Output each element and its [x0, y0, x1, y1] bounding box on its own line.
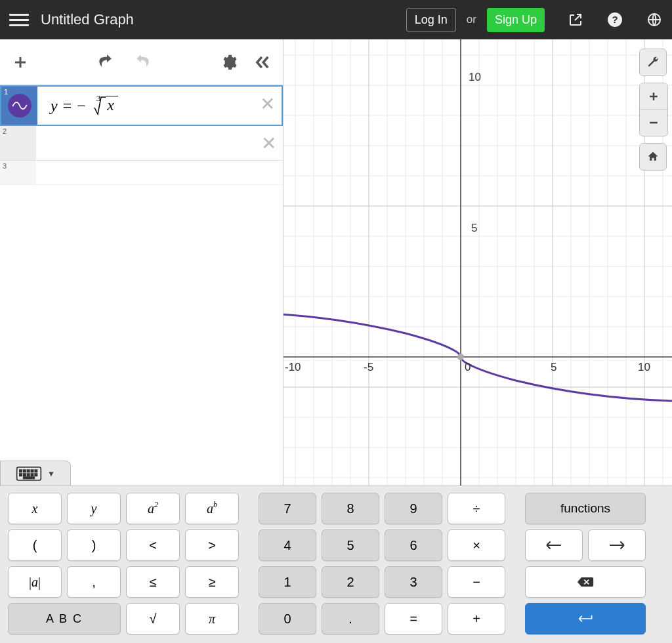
key-backspace[interactable]	[525, 566, 646, 598]
key-pi[interactable]: π	[185, 603, 239, 634]
key-right-paren[interactable]: )	[67, 529, 121, 561]
x-tick-label: -5	[364, 361, 373, 374]
zoom-in-button[interactable]	[640, 83, 667, 110]
x-tick-label: 5	[551, 361, 556, 374]
undo-button[interactable]	[93, 49, 121, 76]
key-equals[interactable]: =	[385, 603, 442, 634]
key-abs[interactable]: |xa|	[8, 566, 62, 598]
graph-controls	[639, 49, 668, 171]
key-multiply[interactable]: ×	[448, 529, 505, 561]
expression-input[interactable]: y = − 3 x	[37, 87, 282, 125]
expression-index: 1	[4, 88, 8, 96]
collapse-panel-icon[interactable]	[249, 49, 276, 76]
key-sqrt[interactable]: √	[126, 603, 180, 634]
svg-rect-52	[31, 474, 33, 476]
key-dot[interactable]: .	[322, 603, 379, 634]
svg-rect-50	[24, 474, 26, 476]
share-icon[interactable]	[567, 11, 584, 28]
key-7[interactable]: 7	[259, 493, 316, 524]
zoom-out-button[interactable]	[640, 110, 667, 136]
svg-rect-45	[24, 470, 26, 472]
key-minus[interactable]: −	[448, 566, 505, 598]
key-comma[interactable]: ,	[67, 566, 121, 598]
delete-expression-button[interactable]: ✕	[261, 133, 276, 154]
or-text: or	[467, 13, 476, 26]
on-screen-keypad: x y a2 ab ( ) < > |xa| , ≤ ≥ A B C √ π 7…	[0, 486, 672, 643]
key-1[interactable]: 1	[259, 566, 316, 598]
key-0[interactable]: 0	[259, 603, 316, 634]
key-arrow-left[interactable]	[525, 529, 583, 561]
key-a-power-b[interactable]: ab	[185, 493, 239, 524]
key-8[interactable]: 8	[322, 493, 379, 524]
svg-point-42	[457, 354, 464, 360]
key-functions[interactable]: functions	[525, 493, 646, 524]
globe-icon[interactable]	[646, 11, 663, 28]
delete-expression-button[interactable]: ✕	[260, 93, 275, 115]
key-arrow-right[interactable]	[588, 529, 646, 561]
key-greater-than[interactable]: >	[185, 529, 239, 561]
key-5[interactable]: 5	[322, 529, 379, 561]
key-enter[interactable]	[525, 603, 646, 634]
svg-rect-51	[28, 474, 30, 476]
key-less-than[interactable]: <	[126, 529, 180, 561]
expression-index: 3	[3, 162, 7, 170]
key-a-squared[interactable]: a2	[126, 493, 180, 524]
chevron-down-icon: ▼	[47, 469, 55, 478]
svg-rect-48	[35, 470, 37, 472]
app-header: Untitled Graph Log In or Sign Up ?	[0, 0, 672, 39]
expression-color-icon[interactable]	[8, 94, 32, 117]
key-plus[interactable]: +	[448, 603, 505, 634]
help-icon[interactable]: ?	[606, 11, 623, 28]
x-tick-label: -10	[285, 361, 301, 374]
wrench-icon[interactable]	[639, 49, 667, 76]
graph-svg	[284, 39, 672, 486]
x-tick-label: 10	[638, 361, 650, 374]
redo-button[interactable]	[127, 49, 155, 76]
login-button[interactable]: Log In	[406, 8, 456, 32]
expression-input[interactable]	[36, 126, 283, 160]
expression-panel: 1 y = − 3 x	[0, 39, 284, 486]
expression-row-3[interactable]: 3	[0, 161, 283, 185]
signup-button[interactable]: Sign Up	[487, 8, 545, 32]
svg-rect-46	[28, 470, 30, 472]
menu-icon[interactable]	[9, 10, 29, 30]
key-abc[interactable]: A B C	[8, 603, 121, 634]
add-expression-button[interactable]	[7, 49, 34, 76]
key-greater-equal[interactable]: ≥	[185, 566, 239, 598]
settings-icon[interactable]	[215, 49, 242, 76]
svg-rect-47	[31, 470, 33, 472]
graph-title[interactable]: Untitled Graph	[41, 11, 134, 28]
key-y[interactable]: y	[67, 493, 121, 524]
key-less-equal[interactable]: ≤	[126, 566, 180, 598]
key-left-paren[interactable]: (	[8, 529, 62, 561]
expression-row-2[interactable]: 2 ✕	[0, 126, 283, 161]
key-9[interactable]: 9	[385, 493, 442, 524]
key-3[interactable]: 3	[385, 566, 442, 598]
x-tick-label: 0	[465, 361, 471, 374]
svg-rect-54	[24, 477, 35, 479]
y-tick-label: 5	[471, 222, 477, 235]
svg-text:?: ?	[612, 14, 618, 25]
key-x[interactable]: x	[8, 493, 62, 524]
y-tick-label: 10	[469, 71, 481, 84]
key-2[interactable]: 2	[322, 566, 379, 598]
expression-toolbar	[0, 39, 283, 85]
svg-rect-53	[35, 474, 37, 476]
home-icon[interactable]	[639, 143, 667, 171]
key-4[interactable]: 4	[259, 529, 316, 561]
graph-canvas[interactable]: 10 5 -10 -5 0 5 10	[284, 39, 672, 486]
keyboard-toggle[interactable]: ▼	[0, 461, 71, 486]
expression-index: 2	[3, 127, 7, 135]
key-divide[interactable]: ÷	[448, 493, 505, 524]
expression-input[interactable]	[36, 161, 283, 184]
svg-rect-49	[20, 474, 22, 476]
key-6[interactable]: 6	[385, 529, 442, 561]
svg-rect-44	[20, 470, 22, 472]
expression-row-1[interactable]: 1 y = − 3 x	[0, 85, 283, 126]
